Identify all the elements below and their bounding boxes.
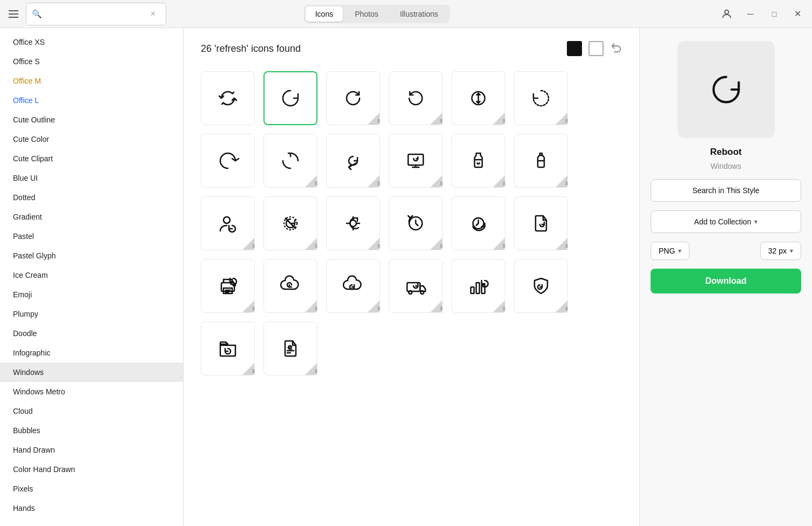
sidebar-item-pastel[interactable]: Pastel	[0, 227, 183, 246]
sidebar-item-plumpy[interactable]: Plumpy	[0, 304, 183, 324]
hamburger-menu[interactable]	[6, 8, 21, 20]
sidebar-item-cute-outline[interactable]: Cute Outline	[0, 110, 183, 129]
icon-chart-refresh[interactable]	[451, 259, 505, 313]
paid-badge	[493, 175, 505, 187]
tab-photos[interactable]: Photos	[345, 6, 388, 22]
search-icon: 🔍	[32, 9, 42, 19]
sidebar-item-color-hand-drawn[interactable]: Color Hand Drawn	[0, 460, 183, 479]
icon-file-refresh[interactable]	[514, 196, 568, 250]
search-clear-button[interactable]: ✕	[145, 6, 160, 22]
icon-doc-refresh2[interactable]	[263, 322, 317, 375]
sidebar-item-dotted[interactable]: Dotted	[0, 188, 183, 207]
icon-user-refresh[interactable]	[201, 196, 255, 250]
sidebar-item-doodle[interactable]: Doodle	[0, 324, 183, 343]
paid-badge	[242, 238, 254, 250]
color-swatch-dark[interactable]	[567, 41, 582, 56]
icon-truck-refresh[interactable]	[389, 259, 443, 313]
size-chevron-icon: ▾	[790, 247, 793, 255]
paid-badge	[556, 300, 567, 312]
add-to-collection-button[interactable]: Add to Collection ▾	[651, 210, 801, 233]
svg-point-9	[224, 217, 230, 223]
format-label: PNG	[659, 247, 675, 255]
paid-badge	[430, 238, 442, 250]
paid-badge	[242, 363, 254, 375]
svg-point-17	[409, 291, 412, 294]
paid-badge	[368, 175, 380, 187]
sidebar-item-hand-drawn[interactable]: Hand Drawn	[0, 440, 183, 460]
icon-cloud-refresh2[interactable]	[326, 259, 380, 313]
icon-refresh-circle-selected[interactable]	[263, 71, 317, 125]
paid-badge	[493, 300, 505, 312]
icons-grid	[201, 71, 622, 375]
icon-screen-refresh[interactable]	[389, 134, 443, 188]
nav-tabs: Icons Photos Illustrations	[304, 5, 450, 23]
sidebar-item-hands[interactable]: Hands	[0, 498, 183, 518]
icon-refresh-cw[interactable]	[326, 71, 380, 125]
svg-point-18	[421, 291, 424, 294]
sidebar: Office XS Office S Office M Office L Cut…	[0, 28, 184, 526]
sidebar-item-windows-metro[interactable]: Windows Metro	[0, 382, 183, 401]
sidebar-item-blue-ui[interactable]: Blue UI	[0, 168, 183, 188]
sidebar-item-cloud[interactable]: Cloud	[0, 401, 183, 421]
icon-printer-refresh[interactable]	[201, 259, 255, 313]
maximize-button[interactable]: □	[767, 6, 782, 22]
sidebar-item-ice-cream[interactable]: Ice Cream	[0, 265, 183, 285]
size-label: 32 px	[768, 247, 787, 255]
tab-illustrations[interactable]: Illustrations	[390, 6, 448, 22]
paid-badge	[368, 238, 380, 250]
search-input[interactable]: refresh	[46, 10, 141, 18]
paid-badge	[368, 300, 380, 312]
sidebar-item-bubbles[interactable]: Bubbles	[0, 421, 183, 440]
format-dropdown[interactable]: PNG ▾	[651, 242, 689, 260]
sidebar-item-pastel-glyph[interactable]: Pastel Glyph	[0, 246, 183, 265]
sidebar-item-emoji[interactable]: Emoji	[0, 285, 183, 304]
icon-refresh-small[interactable]	[326, 134, 380, 188]
sidebar-item-cute-color[interactable]: Cute Color	[0, 129, 183, 149]
icon-name: Reboot	[710, 147, 742, 158]
sidebar-item-office-m[interactable]: Office M	[0, 71, 183, 91]
results-title: 26 'refresh' icons found	[201, 43, 560, 54]
icon-refresh-arrows[interactable]	[201, 71, 255, 125]
paid-badge	[305, 238, 317, 250]
icon-folder-refresh[interactable]	[201, 322, 255, 375]
icon-no-refresh[interactable]	[263, 196, 317, 250]
grid-header: 26 'refresh' icons found	[201, 41, 622, 56]
icon-gear-refresh[interactable]	[326, 196, 380, 250]
format-chevron-icon: ▾	[678, 247, 681, 255]
svg-rect-20	[476, 283, 479, 293]
size-dropdown[interactable]: 32 px ▾	[760, 242, 801, 260]
sidebar-item-office-s[interactable]: Office S	[0, 52, 183, 71]
tab-icons[interactable]: Icons	[306, 6, 343, 22]
format-size-row: PNG ▾ 32 px ▾	[651, 242, 801, 260]
color-swatch-light[interactable]	[588, 41, 604, 56]
icon-bottle2-refresh[interactable]	[514, 134, 568, 188]
sidebar-item-office-l[interactable]: Office L	[0, 91, 183, 110]
download-button[interactable]: Download	[651, 269, 801, 293]
paid-badge	[305, 363, 317, 375]
icon-reload-half[interactable]	[263, 134, 317, 188]
sidebar-item-windows[interactable]: Windows	[0, 363, 183, 382]
icon-history[interactable]	[389, 196, 443, 250]
sidebar-item-gradient[interactable]: Gradient	[0, 207, 183, 227]
icon-cloud-refresh[interactable]	[263, 259, 317, 313]
sidebar-item-office-xs[interactable]: Office XS	[0, 32, 183, 52]
icon-reload-up[interactable]	[201, 134, 255, 188]
undo-button[interactable]	[610, 42, 622, 56]
sidebar-item-pixels[interactable]: Pixels	[0, 479, 183, 498]
icon-backup[interactable]	[451, 196, 505, 250]
paid-badge	[430, 113, 442, 125]
icon-refresh-circle-badge[interactable]	[451, 71, 505, 125]
icon-refresh-ccw[interactable]	[389, 71, 443, 125]
search-box: 🔍 refresh ✕	[26, 3, 166, 25]
minimize-button[interactable]: ─	[743, 6, 758, 22]
icon-shield-refresh[interactable]	[514, 259, 568, 313]
sidebar-item-infographic[interactable]: Infographic	[0, 343, 183, 363]
close-button[interactable]: ✕	[790, 6, 806, 22]
icon-refresh-dotted[interactable]	[514, 71, 568, 125]
chevron-down-icon: ▾	[754, 218, 757, 226]
sidebar-item-cute-clipart[interactable]: Cute Clipart	[0, 149, 183, 168]
user-button[interactable]	[719, 6, 734, 22]
search-this-style-button[interactable]: Search in This Style	[651, 179, 801, 202]
paid-badge	[493, 113, 505, 125]
icon-bottle-refresh[interactable]	[451, 134, 505, 188]
